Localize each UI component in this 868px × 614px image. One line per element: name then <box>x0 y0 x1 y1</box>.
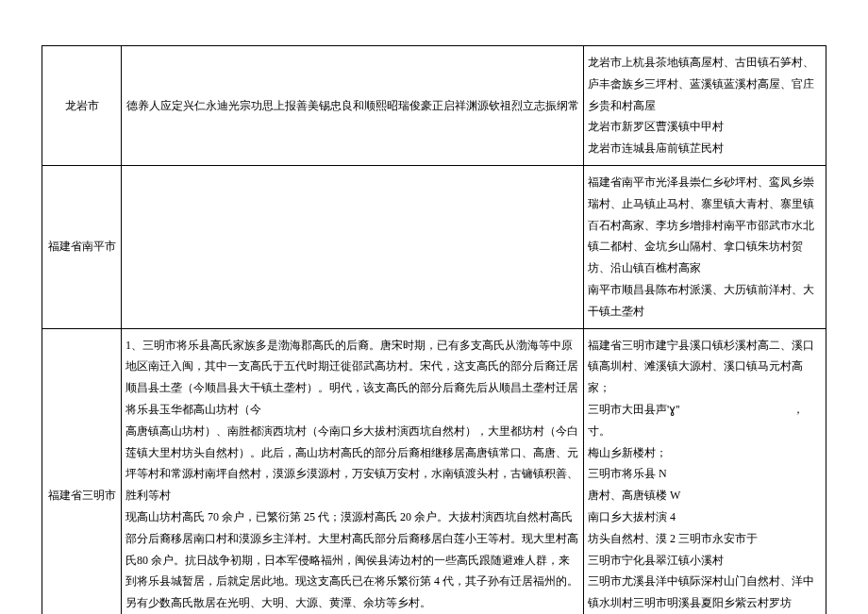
places-cell: 福建省三明市建宁县溪口镇杉溪村高二、溪口镇高圳村、滩溪镇大源村、溪口镇马元村高家… <box>584 328 826 614</box>
desc-cell: 1、三明市将乐县高氏家族多是渤海郡高氏的后裔。唐宋时期，已有多支高氏从渤海等中原… <box>122 328 584 614</box>
region-cell: 福建省南平市 <box>42 165 122 328</box>
desc-cell <box>122 165 584 328</box>
table-row: 龙岩市 德养人应定兴仁永迪光宗功思上报善美锡忠良和顺熙昭瑞俊豪正启祥渊源钦祖烈立… <box>42 46 826 166</box>
document-table: 龙岩市 德养人应定兴仁永迪光宗功思上报善美锡忠良和顺熙昭瑞俊豪正启祥渊源钦祖烈立… <box>42 45 826 614</box>
table-row: 福建省三明市 1、三明市将乐县高氏家族多是渤海郡高氏的后裔。唐宋时期，已有多支高… <box>42 328 826 614</box>
region-cell: 福建省三明市 <box>42 328 122 614</box>
region-cell: 龙岩市 <box>42 46 122 166</box>
table-row: 福建省南平市 福建省南平市光泽县崇仁乡砂坪村、鸾凤乡崇瑞村、止马镇止马村、寨里镇… <box>42 165 826 328</box>
places-cell: 龙岩市上杭县茶地镇高屋村、古田镇石笋村、庐丰畲族乡三坪村、蓝溪镇蓝溪村高屋、官庄… <box>584 46 826 166</box>
desc-cell: 德养人应定兴仁永迪光宗功思上报善美锡忠良和顺熙昭瑞俊豪正启祥渊源钦祖烈立志振纲常 <box>122 46 584 166</box>
places-cell: 福建省南平市光泽县崇仁乡砂坪村、鸾凤乡崇瑞村、止马镇止马村、寨里镇大青村、寨里镇… <box>584 165 826 328</box>
